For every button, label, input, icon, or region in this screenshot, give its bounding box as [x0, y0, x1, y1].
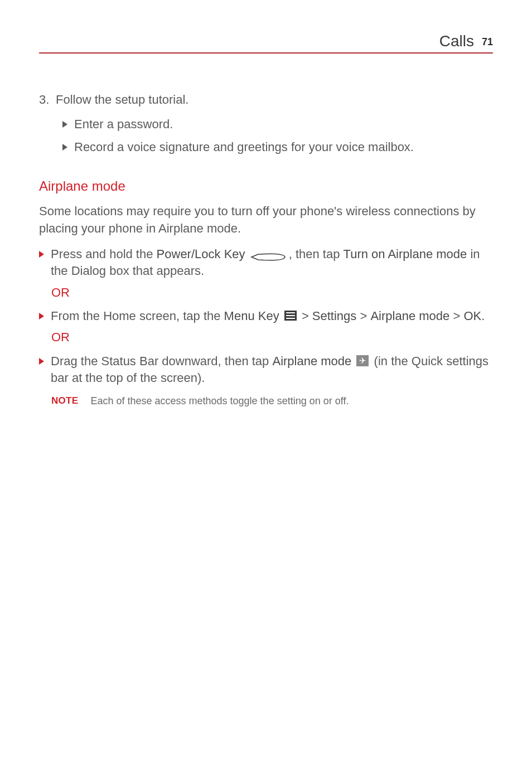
airplane-mode-icon: ✈: [356, 355, 369, 366]
note: NOTE Each of these access methods toggle…: [51, 394, 493, 408]
menu-key-label: Menu Key: [224, 309, 279, 323]
step-3-sub-2: Record a voice signature and greetings f…: [62, 139, 493, 156]
turn-on-airplane-label: Turn on Airplane mode: [344, 247, 467, 261]
text-fragment: Drag the Status Bar downward, then tap: [51, 354, 272, 368]
triangle-bullet-icon: [62, 144, 67, 151]
airplane-mode-label: Airplane mode: [272, 354, 351, 368]
note-label: NOTE: [51, 394, 78, 408]
breadcrumb-sep: >: [298, 309, 312, 323]
method-text: Drag the Status Bar downward, then tap A…: [51, 353, 493, 387]
section-title: Calls: [439, 32, 474, 50]
step-3: 3. Follow the setup tutorial.: [39, 91, 493, 108]
manual-page: Calls 71 3. Follow the setup tutorial. E…: [0, 0, 532, 765]
or-separator: OR: [51, 329, 493, 346]
note-text: Each of these access methods toggle the …: [90, 394, 349, 408]
triangle-bullet-icon: [39, 313, 44, 319]
sub-text: Enter a password.: [74, 116, 173, 133]
page-number: 71: [482, 36, 493, 48]
airplane-intro: Some locations may require you to turn o…: [39, 203, 493, 237]
airplane-method-2: From the Home screen, tap the Menu Key >…: [39, 308, 493, 325]
or-separator: OR: [51, 284, 493, 301]
text-fragment: , then tap: [289, 247, 344, 261]
airplane-method-1: Press and hold the Power/Lock Key , then…: [39, 246, 493, 280]
page-body: 3. Follow the setup tutorial. Enter a pa…: [39, 91, 493, 408]
page-header: Calls 71: [39, 32, 493, 54]
text-fragment: Press and hold the: [51, 247, 157, 261]
step-3-sub-1: Enter a password.: [62, 116, 493, 133]
text-fragment: From the Home screen, tap the: [51, 309, 224, 323]
step-number: 3.: [39, 91, 51, 108]
breadcrumb-sep: >: [449, 309, 463, 323]
breadcrumb-sep: >: [356, 309, 370, 323]
ok-label: OK: [463, 309, 481, 323]
power-lock-key-label: Power/Lock Key: [157, 247, 245, 261]
settings-label: Settings: [312, 309, 357, 323]
method-text: Press and hold the Power/Lock Key , then…: [51, 246, 493, 280]
triangle-bullet-icon: [62, 121, 67, 128]
step-text: Follow the setup tutorial.: [56, 91, 188, 108]
triangle-bullet-icon: [39, 251, 44, 258]
airplane-mode-heading: Airplane mode: [39, 177, 493, 195]
sub-text: Record a voice signature and greetings f…: [74, 139, 414, 156]
text-fragment: .: [481, 309, 485, 323]
method-text: From the Home screen, tap the Menu Key >…: [51, 308, 493, 325]
menu-key-icon: [284, 311, 297, 321]
power-lock-key-icon: [250, 249, 287, 258]
triangle-bullet-icon: [39, 358, 44, 365]
airplane-mode-label: Airplane mode: [370, 309, 449, 323]
airplane-method-3: Drag the Status Bar downward, then tap A…: [39, 353, 493, 387]
